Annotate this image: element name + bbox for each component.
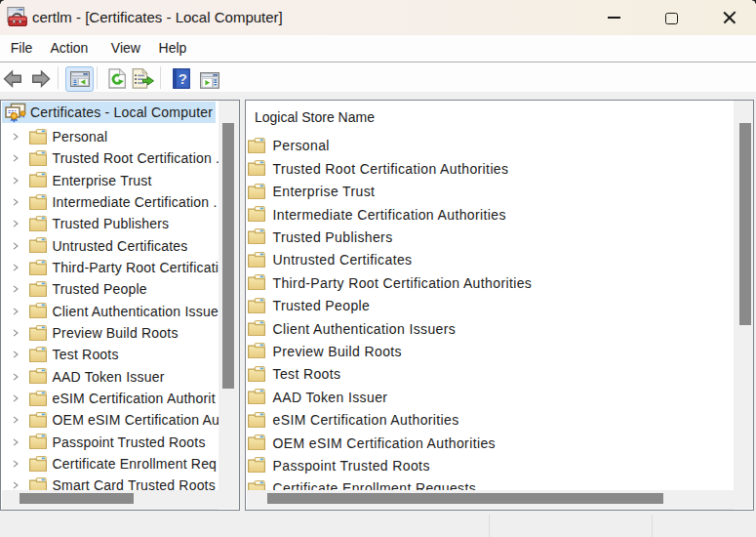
svg-text:?: ? [179, 70, 187, 87]
